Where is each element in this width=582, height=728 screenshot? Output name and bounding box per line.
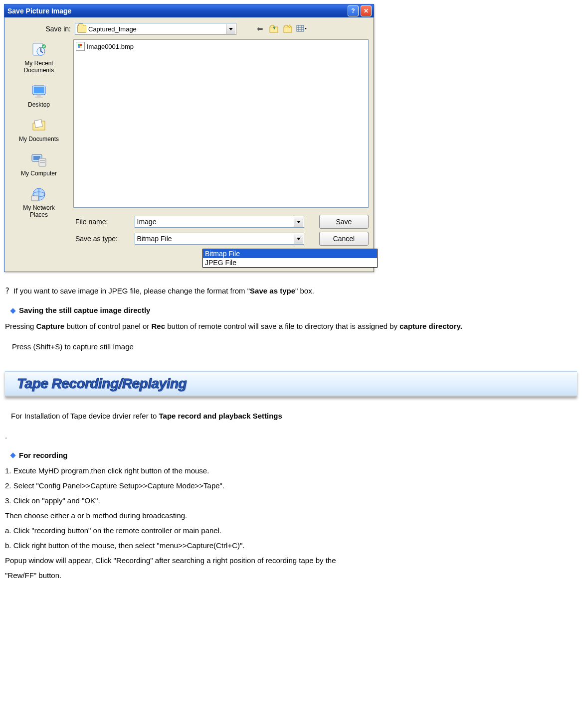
option-jpeg[interactable]: JPEG File <box>203 258 377 267</box>
place-desktop[interactable]: Desktop <box>7 83 71 108</box>
document-content: ? If you want to save image in JPEG file… <box>0 272 582 583</box>
filename-value: Image <box>137 218 157 226</box>
place-mydocs[interactable]: My Documents <box>7 117 71 143</box>
up-one-level-icon[interactable] <box>268 23 279 34</box>
step: 1. Excute MyHD program,then click right … <box>5 463 577 478</box>
file-list[interactable]: Image0001.bmp <box>73 39 369 208</box>
chevron-down-icon[interactable] <box>294 217 303 227</box>
folder-icon <box>77 25 86 33</box>
step: a. Click "recording button" on the remot… <box>5 523 577 538</box>
mycomputer-icon <box>30 151 48 168</box>
saveastype-dropdown[interactable]: Bitmap File <box>135 233 304 245</box>
save-button[interactable]: Save <box>319 215 369 229</box>
window-title: Save Picture Image <box>7 7 348 15</box>
filename-label: File name: <box>73 218 135 226</box>
place-label: Desktop <box>28 101 50 108</box>
toolbar-icons: ⬅ <box>254 23 307 34</box>
bullet-icon <box>10 308 15 313</box>
place-label: My Network Places <box>23 204 54 218</box>
back-icon[interactable]: ⬅ <box>254 23 265 34</box>
shortcut-note: Press (Shift+S) to capture still Image <box>5 342 577 351</box>
saveastype-options[interactable]: Bitmap File JPEG File <box>202 249 378 268</box>
save-in-label: Save in: <box>7 25 75 33</box>
recording-steps: 1. Excute MyHD program,then click right … <box>5 463 577 583</box>
svg-rect-18 <box>40 160 45 161</box>
svg-rect-11 <box>34 87 44 93</box>
paragraph-capture: Pressing Capture button of control panel… <box>5 318 577 334</box>
close-button[interactable]: ✕ <box>361 5 372 16</box>
place-recent[interactable]: My Recent Documents <box>7 41 71 74</box>
reference-line: For Installation of Tape device drvier r… <box>5 412 577 420</box>
banner-title: Tape Recording/Replaying <box>17 376 187 392</box>
place-label: My Recent Documents <box>24 60 54 74</box>
mydocuments-icon <box>30 117 48 134</box>
file-area: Image0001.bmp File name: Image Save Save… <box>73 39 369 268</box>
place-label: My Computer <box>21 170 57 177</box>
form-rows: File name: Image Save Save as type: Bitm… <box>73 215 369 246</box>
svg-rect-2 <box>297 25 304 31</box>
step: Then choose either a or b method during … <box>5 508 577 523</box>
bullet-icon <box>10 452 15 458</box>
save-in-value: Captured_Image <box>88 25 137 33</box>
desktop-icon <box>30 83 48 100</box>
svg-rect-13 <box>35 97 43 98</box>
dialog-body: Save in: Captured_Image ⬅ <box>4 17 374 272</box>
heading-saving-direct: Saving the still captue image directly <box>5 306 577 314</box>
list-item[interactable]: Image0001.bmp <box>76 42 366 51</box>
filename-input[interactable]: Image <box>135 216 304 228</box>
new-folder-icon[interactable] <box>282 23 293 34</box>
step: 2. Select "Config Panel>>Capture Setup>>… <box>5 478 577 493</box>
svg-rect-1 <box>284 27 292 32</box>
chevron-down-icon[interactable] <box>226 24 235 34</box>
help-button[interactable]: ? <box>348 5 359 16</box>
option-bitmap[interactable]: Bitmap File <box>203 249 377 258</box>
cancel-button[interactable]: Cancel <box>319 232 369 246</box>
place-network[interactable]: My Network Places <box>7 186 71 218</box>
section-banner: Tape Recording/Replaying <box>5 371 577 397</box>
step: 3. Click on "apply" and "OK". <box>5 493 577 508</box>
step: "Rew/FF" button. <box>5 568 577 583</box>
place-mycomputer[interactable]: My Computer <box>7 151 71 177</box>
saveastype-label: Save as type: <box>73 235 135 243</box>
save-in-dropdown[interactable]: Captured_Image <box>75 23 236 35</box>
titlebar: Save Picture Image ? ✕ <box>4 4 374 17</box>
svg-rect-12 <box>37 95 41 97</box>
places-bar: My Recent Documents Desktop My Documents… <box>7 39 71 227</box>
bitmap-file-icon <box>76 42 85 51</box>
chevron-down-icon[interactable] <box>294 234 303 244</box>
step: Popup window will appear, Click "Recordi… <box>5 553 577 568</box>
question-mark-icon: ? <box>5 287 11 295</box>
saveastype-value: Bitmap File <box>137 235 172 243</box>
svg-rect-22 <box>31 196 38 201</box>
svg-rect-19 <box>40 162 45 163</box>
save-in-row: Save in: Captured_Image ⬅ <box>7 21 371 36</box>
step: b. Click right button of the mouse, then… <box>5 538 577 553</box>
file-name: Image0001.bmp <box>87 43 134 50</box>
tip-paragraph: ? If you want to save image in JPEG file… <box>5 285 577 297</box>
save-dialog: Save Picture Image ? ✕ Save in: Captured… <box>4 4 374 272</box>
network-places-icon <box>30 186 48 203</box>
view-menu-icon[interactable] <box>296 23 307 34</box>
svg-rect-14 <box>34 120 42 128</box>
place-label: My Documents <box>19 136 59 143</box>
dot-line: . <box>5 430 577 442</box>
heading-for-recording: For recording <box>5 451 577 459</box>
recent-docs-icon <box>30 41 48 58</box>
